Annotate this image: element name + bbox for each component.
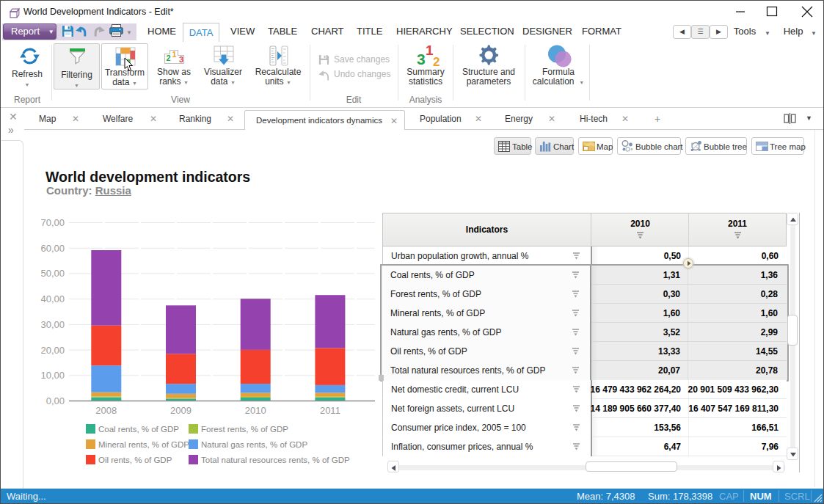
svg-text:70,00: 70,00 <box>40 217 65 228</box>
svg-text:0,00: 0,00 <box>46 395 65 406</box>
svg-text:20,00: 20,00 <box>40 345 65 356</box>
svg-text:50,00: 50,00 <box>40 268 65 279</box>
svg-text:2011: 2011 <box>320 405 340 416</box>
svg-text:2008: 2008 <box>95 405 117 416</box>
svg-text:2010: 2010 <box>245 405 266 416</box>
svg-text:2: 2 <box>167 54 171 62</box>
svg-text:3: 3 <box>179 55 183 64</box>
svg-text:1: 1 <box>172 50 177 59</box>
svg-text:60,00: 60,00 <box>40 243 65 254</box>
svg-text:10,00: 10,00 <box>40 370 65 381</box>
svg-text:40,00: 40,00 <box>40 293 65 304</box>
svg-text:2009: 2009 <box>170 405 192 416</box>
svg-text:30,00: 30,00 <box>40 319 65 330</box>
